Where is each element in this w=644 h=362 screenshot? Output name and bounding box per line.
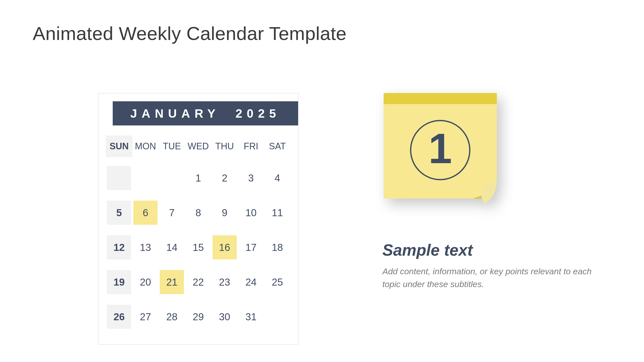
day-number: 19 — [107, 270, 131, 294]
day-number: 20 — [133, 270, 157, 294]
day-cell-highlighted: 6 — [132, 201, 159, 225]
day-cell: 7 — [159, 201, 185, 225]
day-number: 4 — [265, 166, 290, 190]
sticky-description: Add content, information, or key points … — [382, 265, 609, 291]
day-number: 11 — [265, 201, 290, 225]
day-cell: 15 — [185, 235, 212, 259]
day-number: 18 — [265, 235, 290, 259]
calendar-week-row: 1 2 3 4 — [106, 161, 291, 195]
dow-wed: WED — [185, 135, 212, 157]
calendar-year: 2025 — [235, 107, 280, 120]
day-number: 21 — [160, 270, 184, 294]
day-cell: 25 — [264, 270, 291, 294]
calendar-body: SUN MON TUE WED THU FRI SAT 1 2 3 4 — [106, 135, 291, 334]
day-number — [160, 166, 184, 190]
day-number: 24 — [239, 270, 263, 294]
day-number: 22 — [186, 270, 210, 294]
day-cell: 18 — [264, 235, 291, 259]
calendar-card: JANUARY 2025 SUN MON TUE WED THU FRI SAT — [98, 93, 298, 344]
dow-thu: THU — [211, 135, 238, 157]
day-cell: 31 — [238, 305, 264, 329]
dow-fri: FRI — [238, 135, 264, 157]
calendar-weeks: 1 2 3 4 5 6 7 8 9 10 11 12 — [106, 161, 291, 334]
day-cell — [132, 166, 159, 190]
dow-mon: MON — [132, 135, 159, 157]
day-number — [107, 166, 131, 190]
day-cell: 23 — [211, 270, 238, 294]
calendar-week-row: 12 13 14 15 16 17 18 — [106, 230, 291, 265]
calendar-week-row: 19 20 21 22 23 24 25 — [106, 265, 291, 299]
day-number: 7 — [160, 201, 184, 225]
day-cell: 30 — [211, 305, 238, 329]
day-number: 31 — [239, 305, 263, 329]
day-cell: 20 — [132, 270, 159, 294]
day-number — [133, 166, 157, 190]
day-number: 5 — [107, 201, 131, 225]
day-cell: 11 — [264, 201, 291, 225]
day-number: 25 — [265, 270, 290, 294]
day-cell — [159, 166, 185, 190]
day-number: 2 — [213, 166, 237, 190]
day-number — [265, 305, 290, 329]
calendar-month-banner: JANUARY 2025 — [113, 101, 298, 125]
sticky-note: 1 — [384, 93, 497, 209]
day-number: 30 — [213, 305, 237, 329]
calendar-week-row: 26 27 28 29 30 31 — [106, 299, 291, 334]
calendar-dow-row: SUN MON TUE WED THU FRI SAT — [106, 135, 291, 157]
day-number: 26 — [107, 305, 131, 329]
day-cell — [106, 166, 132, 190]
day-cell: 24 — [238, 270, 264, 294]
day-cell: 14 — [159, 235, 185, 259]
day-number: 3 — [239, 166, 263, 190]
day-cell: 19 — [106, 270, 132, 294]
day-number: 13 — [133, 235, 157, 259]
day-cell: 5 — [106, 201, 132, 225]
day-cell-highlighted: 21 — [159, 270, 185, 294]
calendar-month-label: JANUARY 2025 — [130, 107, 280, 120]
day-cell: 3 — [238, 166, 264, 190]
day-cell: 12 — [106, 235, 132, 259]
day-cell: 4 — [264, 166, 291, 190]
day-cell: 22 — [185, 270, 212, 294]
day-cell: 13 — [132, 235, 159, 259]
dow-tue: TUE — [159, 135, 185, 157]
calendar-week-row: 5 6 7 8 9 10 11 — [106, 195, 291, 230]
svg-rect-0 — [384, 93, 497, 104]
day-number: 28 — [160, 305, 184, 329]
day-cell: 29 — [185, 305, 212, 329]
sticky-note-icon — [384, 93, 497, 209]
day-number: 27 — [133, 305, 157, 329]
day-cell: 8 — [185, 201, 212, 225]
day-number: 8 — [186, 201, 210, 225]
day-number: 29 — [186, 305, 210, 329]
day-number: 16 — [213, 235, 237, 259]
day-cell-highlighted: 16 — [211, 235, 238, 259]
day-number: 23 — [213, 270, 237, 294]
day-number: 1 — [186, 166, 210, 190]
day-number: 10 — [239, 201, 263, 225]
day-cell: 28 — [159, 305, 185, 329]
day-number: 17 — [239, 235, 263, 259]
calendar-month-name: JANUARY — [130, 107, 220, 120]
day-number: 15 — [186, 235, 210, 259]
day-cell: 2 — [211, 166, 238, 190]
day-number: 12 — [107, 235, 131, 259]
day-cell: 26 — [106, 305, 132, 329]
day-cell: 27 — [132, 305, 159, 329]
dow-sun: SUN — [106, 135, 132, 157]
day-cell: 9 — [211, 201, 238, 225]
dow-sat: SAT — [264, 135, 291, 157]
day-cell: 1 — [185, 166, 212, 190]
day-number: 6 — [133, 201, 157, 225]
day-number: 9 — [213, 201, 237, 225]
day-cell — [264, 305, 291, 329]
slide: Animated Weekly Calendar Template JANUAR… — [0, 0, 644, 362]
sticky-heading: Sample text — [382, 241, 473, 259]
day-number: 14 — [160, 235, 184, 259]
day-cell: 10 — [238, 201, 264, 225]
day-cell: 17 — [238, 235, 264, 259]
slide-title: Animated Weekly Calendar Template — [33, 23, 347, 44]
